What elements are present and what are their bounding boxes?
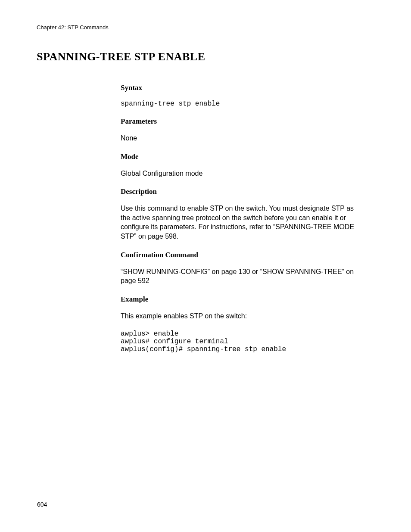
page-title: SPANNING-TREE STP ENABLE <box>37 50 377 67</box>
example-code: awplus> enable awplus# configure termina… <box>121 330 361 353</box>
example-intro: This example enables STP on the switch: <box>121 311 361 321</box>
chapter-header: Chapter 42: STP Commands <box>37 24 377 31</box>
page-number: 604 <box>37 501 47 508</box>
parameters-heading: Parameters <box>121 117 361 126</box>
syntax-heading: Syntax <box>121 84 361 92</box>
syntax-content: spanning-tree stp enable <box>121 100 361 108</box>
confirmation-heading: Confirmation Command <box>121 251 361 259</box>
confirmation-content: “SHOW RUNNING-CONFIG” on page 130 or “SH… <box>121 267 361 286</box>
example-heading: Example <box>121 295 361 304</box>
description-content: Use this command to enable STP on the sw… <box>121 204 361 241</box>
page-container: Chapter 42: STP Commands SPANNING-TREE S… <box>0 0 411 353</box>
parameters-content: None <box>121 134 361 143</box>
content-area: Syntax spanning-tree stp enable Paramete… <box>37 84 377 353</box>
description-heading: Description <box>121 187 361 196</box>
mode-heading: Mode <box>121 152 361 161</box>
mode-content: Global Configuration mode <box>121 169 361 178</box>
